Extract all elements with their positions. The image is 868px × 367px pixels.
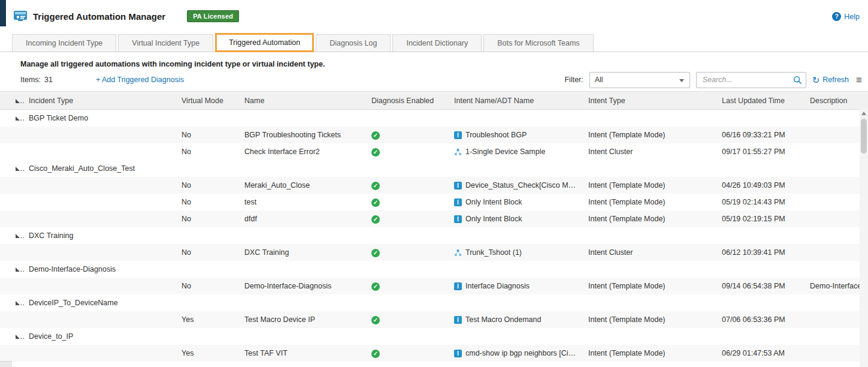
virtual-mode-cell: No	[177, 131, 240, 139]
group-name: Demo-Interface-Diagnosis	[24, 265, 177, 273]
intent-type-cell: Intent (Template Mode)	[583, 349, 717, 357]
last-updated-cell: 06/29 01:47:53 AM	[717, 349, 805, 357]
group-row[interactable]: BGP Ticket Demo	[0, 110, 868, 127]
vertical-scrollbar[interactable]	[860, 109, 868, 367]
collapse-all-cell[interactable]	[0, 97, 24, 105]
intent-icon: I	[454, 198, 462, 206]
collapse-icon[interactable]	[16, 234, 20, 238]
help-link[interactable]: ? Help	[832, 12, 860, 21]
scrollbar-up-arrow-icon[interactable]	[861, 112, 866, 115]
group-row[interactable]: Demo-Interface-Diagnosis	[0, 261, 868, 278]
last-updated-cell: 09/17 01:55:27 PM	[717, 148, 805, 156]
last-updated-cell: 04/26 10:49:03 PM	[717, 181, 805, 189]
table-body: BGP Ticket DemoNoBGP Troubleshooting Tic…	[0, 110, 868, 367]
group-row[interactable]: DeviceIP_To_DeviceName	[0, 294, 868, 311]
collapse-cell[interactable]	[0, 231, 24, 240]
collapse-all-icon[interactable]	[16, 99, 20, 103]
collapse-cell[interactable]	[0, 114, 24, 122]
group-row[interactable]: DXC Training	[0, 227, 868, 244]
column-virtual-mode[interactable]: Virtual Mode	[177, 97, 240, 105]
filter-label: Filter:	[564, 76, 583, 84]
column-incident-type[interactable]: Incident Type	[24, 97, 177, 105]
refresh-icon: ↻	[812, 76, 820, 85]
intent-name-label: 1-Single Device Sample	[465, 148, 545, 156]
collapse-cell[interactable]	[0, 265, 24, 273]
intent-icon: I	[454, 182, 462, 189]
tab-triggered-automation[interactable]: Triggered Automation	[215, 33, 314, 52]
column-diagnosis-enabled[interactable]: Diagnosis Enabled	[367, 97, 449, 105]
table-row[interactable]: Nodfdf✓IOnly Intent BlockIntent (Templat…	[0, 210, 868, 227]
tab-virtual-incident-type[interactable]: Virtual Incident Type	[118, 34, 213, 52]
group-name: DeviceIP_To_DeviceName	[24, 299, 177, 307]
collapse-icon[interactable]	[16, 267, 20, 272]
intent-name-label: Trunk_Tshoot (1)	[465, 248, 522, 257]
intent-type-cell: Intent (Template Mode)	[583, 282, 717, 290]
last-updated-cell: 09/14 06:54:38 PM	[717, 282, 805, 290]
table-header: Incident Type Virtual Mode Name Diagnosi…	[0, 91, 868, 110]
collapse-icon[interactable]	[16, 301, 20, 305]
cluster-icon	[454, 148, 462, 156]
column-description[interactable]: Description	[805, 97, 868, 105]
tab-incoming-incident-type[interactable]: Incoming Incident Type	[12, 34, 116, 52]
table-row[interactable]: NoDXC Training✓Trunk_Tshoot (1)Intent Cl…	[0, 244, 868, 261]
search-icon[interactable]	[793, 76, 802, 85]
filter-value: All	[595, 76, 603, 84]
tab-bots-for-microsoft-teams[interactable]: Bots for Microsoft Teams	[483, 34, 593, 52]
virtual-mode-cell: No	[177, 198, 240, 206]
items-label: Items:	[20, 76, 41, 84]
intent-name-label: Only Intent Block	[465, 215, 522, 223]
diagnosis-enabled-cell: ✓	[367, 181, 449, 190]
page-title: Triggered Automation Manager	[33, 11, 165, 22]
table-row[interactable]: NoCheck Interface Error2✓1-Single Device…	[0, 143, 868, 160]
collapse-icon[interactable]	[16, 335, 20, 339]
add-triggered-diagnosis-link[interactable]: + Add Triggered Diagnosis	[96, 76, 184, 84]
collapse-cell[interactable]	[0, 164, 24, 173]
license-badge: PA Licensed	[187, 10, 239, 22]
scrollbar-thumb[interactable]	[861, 119, 867, 154]
intent-type-cell: Intent (Template Mode)	[583, 315, 717, 324]
tab-diagnosis-log[interactable]: Diagnosis Log	[316, 34, 391, 52]
last-updated-cell: 05/19 02:19:15 PM	[717, 215, 805, 223]
table-row[interactable]: YesTest TAF VIT✓Icmd-show ip bgp neighbo…	[0, 345, 868, 362]
last-updated-cell: 06/16 09:33:21 PM	[717, 131, 805, 139]
virtual-mode-cell: Yes	[177, 349, 240, 357]
tab-incident-dictionary[interactable]: Incident Dictionary	[392, 34, 482, 52]
collapse-cell[interactable]	[0, 332, 24, 341]
group-name: Cisco_Meraki_Auto_Close_Test	[24, 164, 177, 173]
name-cell: Check Interface Error2	[240, 148, 367, 156]
collapse-cell[interactable]	[0, 299, 24, 307]
column-last-updated-time[interactable]: Last Updated Time	[717, 97, 805, 105]
column-intent-type[interactable]: Intent Type	[583, 97, 717, 105]
intent-type-cell: Intent (Template Mode)	[583, 181, 717, 189]
table-row[interactable]: NoMeraki_Auto_Close✓IDevice_Status_Check…	[0, 177, 868, 194]
column-intent-name[interactable]: Intent Name/ADT Name	[449, 97, 583, 105]
table-row[interactable]: NoDemo-Interface-Diagnosis✓IInterface Di…	[0, 278, 868, 294]
filter-dropdown[interactable]: All	[589, 72, 690, 88]
table-row[interactable]: Notest✓IOnly Intent BlockIntent (Templat…	[0, 194, 868, 210]
table-row[interactable]: NoBGP Troubleshooting Tickets✓ITroublesh…	[0, 127, 868, 143]
help-icon: ?	[832, 12, 841, 21]
intent-name-cell: 1-Single Device Sample	[449, 148, 583, 156]
column-name[interactable]: Name	[240, 97, 367, 105]
hamburger-menu-icon[interactable]: ≡	[856, 75, 862, 85]
diagnosis-enabled-cell: ✓	[367, 349, 449, 358]
description-cell: Demo-Interface	[805, 282, 868, 290]
name-cell: BGP Troubleshooting Tickets	[240, 131, 367, 139]
collapse-icon[interactable]	[16, 167, 20, 171]
collapse-icon[interactable]	[16, 116, 20, 121]
diagnosis-enabled-cell: ✓	[367, 248, 449, 257]
name-cell: DXC Training	[240, 248, 367, 257]
diagnosis-enabled-cell: ✓	[367, 148, 449, 157]
table-row[interactable]: YesTest Macro Device IP✓ITest Macro Onde…	[0, 311, 868, 328]
intent-name-label: Test Macro Ondemand	[465, 315, 541, 324]
search-input[interactable]	[701, 75, 793, 85]
name-cell: test	[240, 198, 367, 206]
intent-name-label: cmd-show ip bgp neighbors [Cisco ...	[465, 349, 579, 357]
group-name: BGP Ticket Demo	[24, 114, 177, 122]
refresh-button[interactable]: ↻ Refresh	[812, 76, 849, 85]
group-row[interactable]: Device_to_IP	[0, 328, 868, 345]
group-row[interactable]: Cisco_Meraki_Auto_Close_Test	[0, 160, 868, 177]
last-updated-cell: 05/19 02:14:43 PM	[717, 198, 805, 206]
intent-name-label: Only Intent Block	[465, 198, 522, 206]
virtual-mode-cell: No	[177, 148, 240, 156]
